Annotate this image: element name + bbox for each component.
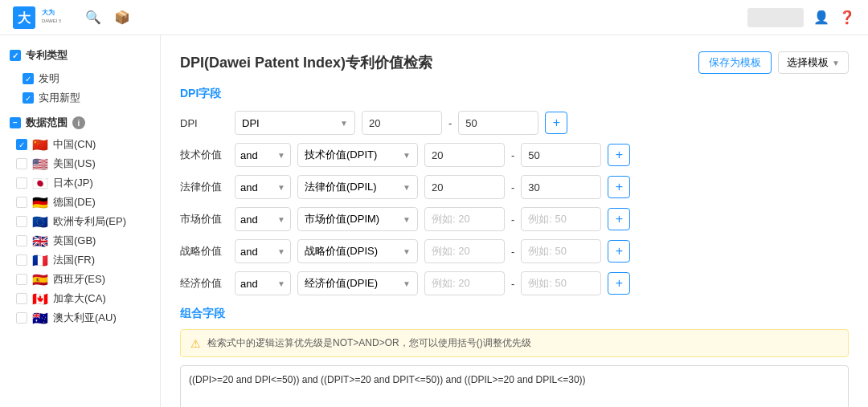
utility-checkbox[interactable] [23,92,34,104]
data-range-section: 数据范围 i [10,116,150,130]
patent-type-items: 发明 实用新型 [16,69,150,108]
country-item-0[interactable]: 🇨🇳中国(CN) [10,135,150,154]
combine-section-header: 组合字段 [180,307,849,321]
country-checkbox-9[interactable] [16,312,27,324]
page-title-row: DPI(Dawei Patent Index)专利价值检索 保存为模板 选择模板… [180,51,849,74]
field-select-5[interactable]: 经济价值(DPIE)▼ [297,271,418,295]
add-button-3[interactable]: + [608,208,630,230]
country-checkbox-3[interactable] [16,197,27,208]
country-label-5: 英国(GB) [53,234,96,248]
data-range-checkbox[interactable] [10,117,21,128]
question-icon[interactable]: ❓ [839,10,855,25]
country-flag-0: 🇨🇳 [32,139,48,150]
sidebar: 专利类型 发明 实用新型 数据范围 i 🇨🇳中国(CN)🇺🇸美国(US)🇯🇵日本… [0,35,161,407]
logic-select-3[interactable]: and▼ [235,207,291,231]
country-checkbox-8[interactable] [16,293,27,304]
patent-type-invention[interactable]: 发明 [16,69,150,88]
to-input-1[interactable]: 50 [521,143,601,167]
dpi-label: DPI [180,117,228,129]
header-right: 👤 ❓ [747,8,855,27]
to-input-5[interactable]: 例如: 50 [521,271,601,295]
country-flag-3: 🇩🇪 [32,197,48,208]
field-select-3[interactable]: 市场价值(DPIM)▼ [297,207,418,231]
country-checkbox-6[interactable] [16,254,27,266]
dpi-from-input[interactable]: 20 [362,111,442,135]
from-input-5[interactable]: 例如: 20 [424,271,505,295]
alert-box: ⚠ 检索式中的逻辑运算优先级是NOT>AND>OR，您可以使用括号()调整优先级 [180,329,849,357]
country-checkbox-1[interactable] [16,158,27,169]
from-input-4[interactable]: 例如: 20 [424,239,505,263]
country-label-4: 欧洲专利局(EP) [53,214,126,229]
country-flag-9: 🇦🇺 [32,312,48,324]
country-flag-8: 🇨🇦 [32,293,48,304]
formula-area[interactable]: ((DPI>=20 and DPI<=50)) and ((DPIT>=20 a… [180,365,849,407]
logic-select-1[interactable]: and▼ [235,143,291,167]
svg-text:DAWEI SOFT: DAWEI SOFT [42,18,61,23]
patent-type-checkbox[interactable] [10,50,21,61]
field-label-5: 经济价值 [180,276,228,291]
logic-select-2[interactable]: and▼ [235,175,291,199]
dash-5: - [511,278,514,290]
add-button-1[interactable]: + [608,144,630,166]
warning-icon: ⚠ [190,337,201,350]
country-item-6[interactable]: 🇫🇷法国(FR) [10,250,150,270]
svg-text:大: 大 [17,11,31,25]
country-checkbox-5[interactable] [16,235,27,246]
select-template-label: 选择模板 [787,55,829,70]
title-actions: 保存为模板 选择模板 ▼ [698,51,849,74]
field-row-1: 技术价值and▼技术价值(DPIT)▼20-50+ [180,143,849,167]
select-template-button[interactable]: 选择模板 ▼ [778,51,849,74]
logic-select-5[interactable]: and▼ [235,271,291,295]
country-flag-4: 🇪🇺 [32,216,48,227]
invention-checkbox[interactable] [23,73,34,84]
country-checkbox-0[interactable] [16,139,27,150]
patent-type-label: 专利类型 [26,48,68,63]
from-input-2[interactable]: 20 [424,175,505,199]
country-item-1[interactable]: 🇺🇸美国(US) [10,154,150,173]
dpi-to-input[interactable]: 50 [458,111,538,135]
country-label-8: 加拿大(CA) [53,291,106,306]
help-icon[interactable]: 👤 [813,10,829,25]
field-select-4[interactable]: 战略价值(DPIS)▼ [297,239,418,263]
page-title: DPI(Dawei Patent Index)专利价值检索 [180,53,432,72]
dpi-add-button[interactable]: + [545,112,567,134]
logo: 大 大为 DAWEI SOFT [13,6,61,30]
country-flag-5: 🇬🇧 [32,235,48,246]
country-item-9[interactable]: 🇦🇺澳大利亚(AU) [10,308,150,328]
country-item-2[interactable]: 🇯🇵日本(JP) [10,173,150,193]
cube-icon[interactable]: 📦 [114,10,130,25]
country-item-3[interactable]: 🇩🇪德国(DE) [10,193,150,212]
dash-4: - [511,246,514,258]
field-select-2[interactable]: 法律价值(DPIL)▼ [297,175,418,199]
add-button-5[interactable]: + [608,272,630,295]
patent-type-section: 专利类型 [10,48,150,63]
field-label-1: 技术价值 [180,148,228,162]
to-input-4[interactable]: 例如: 50 [521,239,601,263]
country-checkbox-2[interactable] [16,177,27,189]
logic-select-4[interactable]: and▼ [235,239,291,263]
from-input-3[interactable]: 例如: 20 [424,207,505,231]
dpi-field-select[interactable]: DPI ▼ [235,111,355,135]
country-item-4[interactable]: 🇪🇺欧洲专利局(EP) [10,212,150,231]
country-checkbox-4[interactable] [16,216,27,227]
field-select-1[interactable]: 技术价值(DPIT)▼ [297,143,418,167]
save-template-button[interactable]: 保存为模板 [698,51,772,74]
country-label-3: 德国(DE) [53,195,96,210]
country-checkbox-7[interactable] [16,274,27,285]
data-range-label: 数据范围 [26,116,68,130]
field-label-2: 法律价值 [180,180,228,194]
country-item-5[interactable]: 🇬🇧英国(GB) [10,231,150,250]
country-label-7: 西班牙(ES) [53,272,105,287]
country-item-7[interactable]: 🇪🇸西班牙(ES) [10,270,150,289]
to-input-2[interactable]: 30 [521,175,601,199]
country-item-8[interactable]: 🇨🇦加拿大(CA) [10,289,150,308]
logo-icon: 大 大为 DAWEI SOFT [13,6,61,30]
patent-type-utility[interactable]: 实用新型 [16,88,150,108]
add-button-4[interactable]: + [608,240,630,263]
search-icon[interactable]: 🔍 [85,10,101,25]
country-label-2: 日本(JP) [53,176,93,190]
add-button-2[interactable]: + [608,176,630,198]
to-input-3[interactable]: 例如: 50 [521,207,601,231]
from-input-1[interactable]: 20 [424,143,505,167]
country-list: 🇨🇳中国(CN)🇺🇸美国(US)🇯🇵日本(JP)🇩🇪德国(DE)🇪🇺欧洲专利局(… [10,135,150,328]
